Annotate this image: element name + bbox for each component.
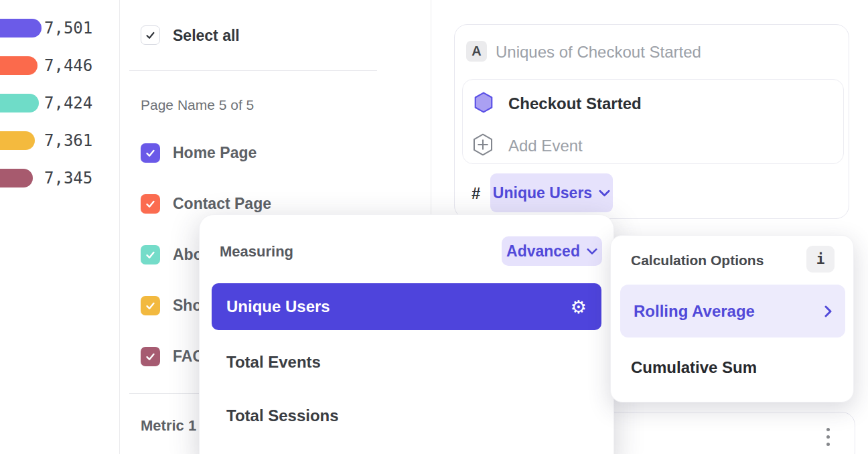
calculation-options-menu: Calculation Options i Rolling Average Cu…	[610, 235, 854, 402]
checkmark-icon	[145, 29, 156, 41]
panel-divider	[119, 0, 120, 454]
calc-option-cumulative-sum[interactable]: Cumulative Sum	[631, 358, 757, 377]
event-name[interactable]: Checkout Started	[508, 94, 642, 113]
calculation-options-title: Calculation Options	[631, 252, 764, 269]
checkbox-about-page[interactable]	[141, 245, 160, 264]
bar-segment	[0, 94, 39, 112]
checkbox-home-page[interactable]	[141, 143, 160, 163]
checkmark-icon	[145, 351, 156, 362]
checkmark-icon	[145, 249, 156, 260]
measuring-title: Measuring	[220, 243, 293, 260]
gear-icon[interactable]: ⚙	[571, 298, 587, 316]
kebab-menu-icon[interactable]	[826, 428, 830, 446]
chevron-right-icon	[824, 305, 832, 317]
bar-value: 7,424	[44, 94, 92, 112]
add-event-label[interactable]: Add Event	[508, 137, 583, 155]
bar-segment	[0, 19, 42, 37]
measure-symbol: #	[472, 184, 480, 203]
calc-option-rolling-average[interactable]: Rolling Average	[620, 285, 845, 337]
event-hexagon-icon	[474, 92, 494, 113]
measuring-menu: Measuring Advanced Unique Users ⚙ Total …	[199, 214, 614, 454]
event-block: Checkout Started Add Event	[462, 79, 844, 164]
add-event-icon[interactable]	[472, 133, 494, 156]
advanced-mode-dropdown[interactable]: Advanced	[502, 236, 602, 266]
item-label[interactable]: Contact Page	[173, 194, 271, 214]
series-badge: A	[466, 41, 487, 62]
bar-value: 7,446	[44, 56, 92, 75]
checkbox-shop-page[interactable]	[141, 296, 160, 315]
checkmark-icon	[145, 147, 156, 159]
measure-dropdown-label: Unique Users	[493, 184, 592, 202]
menu-option-label: Unique Users	[226, 297, 330, 316]
bar-segment	[0, 169, 33, 187]
item-label[interactable]: Sho	[173, 296, 202, 315]
chevron-down-icon	[599, 190, 610, 197]
checkmark-icon	[145, 198, 156, 210]
checkmark-icon	[145, 300, 156, 311]
bar-value: 7,501	[44, 19, 92, 37]
app-canvas: 7,501 7,446 7,424 7,361 7,345 Select all…	[0, 0, 868, 454]
advanced-mode-label: Advanced	[506, 242, 580, 260]
bar-segment	[0, 131, 35, 150]
select-all-checkbox[interactable]	[141, 25, 160, 45]
checkbox-contact-page[interactable]	[141, 194, 160, 214]
checkbox-faq-page[interactable]	[141, 347, 160, 366]
menu-option-total-sessions[interactable]: Total Sessions	[226, 406, 339, 425]
item-label[interactable]: Abo	[173, 245, 203, 264]
group-label: Page Name 5 of 5	[141, 97, 254, 113]
bar-value: 7,361	[44, 131, 92, 150]
select-all-label: Select all	[173, 26, 240, 46]
query-card: A Uniques of Checkout Started Checkout S…	[454, 24, 849, 219]
menu-option-total-events[interactable]: Total Events	[226, 353, 321, 372]
menu-option-unique-users[interactable]: Unique Users ⚙	[212, 283, 601, 330]
divider	[129, 70, 377, 71]
info-icon[interactable]: i	[806, 246, 835, 273]
item-label[interactable]: Home Page	[173, 143, 257, 163]
bar-segment	[0, 56, 38, 75]
calc-option-label: Rolling Average	[634, 302, 755, 321]
series-name-input[interactable]: Uniques of Checkout Started	[496, 43, 701, 62]
chevron-down-icon	[587, 248, 597, 255]
bar-value: 7,345	[44, 169, 92, 187]
measure-dropdown[interactable]: Unique Users	[490, 173, 613, 212]
metric-label: Metric 1	[141, 417, 196, 435]
